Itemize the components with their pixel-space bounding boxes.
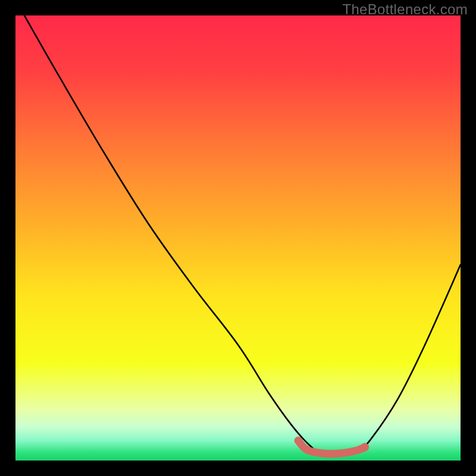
gradient-background [15,15,461,461]
bottleneck-chart [15,15,461,461]
optimal-band-endpoint [361,443,369,452]
plot-area [15,15,461,461]
chart-frame: TheBottleneck.com [0,0,476,476]
